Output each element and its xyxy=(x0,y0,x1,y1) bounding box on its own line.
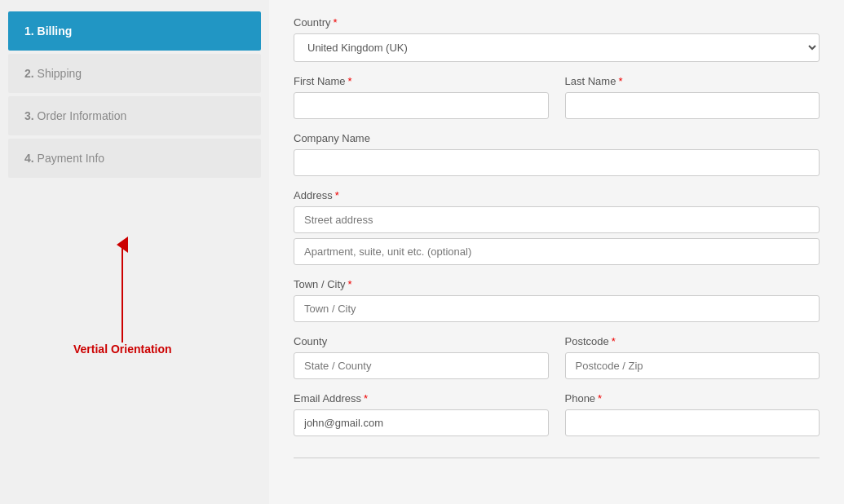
step-3-label: Order Information xyxy=(38,109,127,122)
sidebar-item-payment-info[interactable]: 4. Payment Info xyxy=(8,139,261,178)
bottom-divider xyxy=(294,458,820,458)
town-city-label: Town / City* xyxy=(294,278,820,290)
email-input[interactable] xyxy=(294,409,549,436)
county-input[interactable] xyxy=(294,352,549,379)
form-panel: Country* United Kingdom (UK) United Stat… xyxy=(269,0,844,504)
apt-address-input[interactable] xyxy=(294,238,820,265)
email-label: Email Address* xyxy=(294,392,549,405)
company-name-input[interactable] xyxy=(294,149,820,176)
arrow-annotation: Vertial Orientation xyxy=(33,237,196,351)
annotation-label: Vertial Orientation xyxy=(73,343,172,356)
company-name-group: Company Name xyxy=(294,132,820,176)
address-group: Address* xyxy=(294,189,820,265)
last-name-required-star: * xyxy=(618,75,622,87)
first-name-label: First Name* xyxy=(294,75,549,87)
postcode-required-star: * xyxy=(612,335,616,347)
sidebar-item-order-information[interactable]: 3. Order Information xyxy=(8,96,261,135)
name-row: First Name* Last Name* xyxy=(294,75,820,132)
first-name-required-star: * xyxy=(348,75,352,87)
step-3-num: 3. xyxy=(24,109,34,122)
phone-input[interactable] xyxy=(565,409,820,436)
postcode-group: Postcode* xyxy=(565,335,820,379)
country-label: Country* xyxy=(294,16,820,29)
email-required-star: * xyxy=(364,392,368,405)
street-address-input[interactable] xyxy=(294,206,820,233)
first-name-input[interactable] xyxy=(294,92,549,119)
last-name-label: Last Name* xyxy=(565,75,820,87)
phone-label: Phone* xyxy=(565,392,820,405)
postcode-label: Postcode* xyxy=(565,335,820,347)
email-phone-row: Email Address* Phone* xyxy=(294,392,820,449)
company-name-label: Company Name xyxy=(294,132,820,144)
sidebar-item-shipping[interactable]: 2. Shipping xyxy=(8,54,261,93)
sidebar-item-billing[interactable]: 1. Billing xyxy=(8,11,261,51)
country-select[interactable]: United Kingdom (UK) United States (US) C… xyxy=(294,33,820,62)
arrow-svg xyxy=(33,237,163,351)
county-group: County xyxy=(294,335,549,379)
last-name-input[interactable] xyxy=(565,92,820,119)
phone-required-star: * xyxy=(598,392,602,405)
country-required-star: * xyxy=(334,16,338,29)
step-2-label: Shipping xyxy=(38,67,82,80)
first-name-group: First Name* xyxy=(294,75,549,119)
step-4-label: Payment Info xyxy=(38,152,105,165)
postcode-input[interactable] xyxy=(565,352,820,379)
county-label: County xyxy=(294,335,549,347)
email-group: Email Address* xyxy=(294,392,549,436)
address-label: Address* xyxy=(294,189,820,201)
step-1-num: 1. xyxy=(24,24,34,38)
step-4-num: 4. xyxy=(24,152,34,165)
page-wrapper: 1. Billing 2. Shipping 3. Order Informat… xyxy=(0,0,844,504)
town-city-input[interactable] xyxy=(294,295,820,322)
county-postcode-row: County Postcode* xyxy=(294,335,820,392)
town-city-group: Town / City* xyxy=(294,278,820,322)
address-required-star: * xyxy=(335,189,339,201)
country-group: Country* United Kingdom (UK) United Stat… xyxy=(294,16,820,62)
last-name-group: Last Name* xyxy=(565,75,820,119)
sidebar: 1. Billing 2. Shipping 3. Order Informat… xyxy=(0,0,269,504)
step-1-label: Billing xyxy=(38,24,73,38)
town-required-star: * xyxy=(348,278,352,290)
step-2-num: 2. xyxy=(24,67,34,80)
phone-group: Phone* xyxy=(565,392,820,436)
